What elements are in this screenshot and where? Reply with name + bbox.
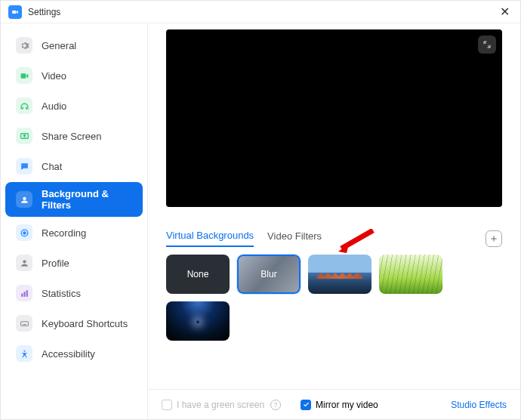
app-icon: [8, 5, 22, 19]
sidebar-item-general[interactable]: General: [5, 31, 143, 60]
sidebar-item-background-filters[interactable]: Background & Filters: [5, 182, 143, 217]
video-icon: [16, 67, 32, 84]
chat-icon: [16, 158, 32, 174]
stats-icon: [16, 285, 32, 301]
bg-none-label: None: [187, 269, 209, 279]
green-screen-checkbox[interactable]: [162, 400, 172, 410]
sidebar-item-label: Accessibility: [42, 348, 95, 360]
gear-icon: [16, 37, 32, 54]
sidebar-item-statistics[interactable]: Statistics: [5, 279, 143, 307]
a11y-icon: [16, 345, 32, 362]
svg-point-9: [23, 350, 25, 351]
sidebar-item-keyboard-shortcuts[interactable]: Keyboard Shortcuts: [5, 309, 143, 338]
sidebar-item-label: Chat: [42, 161, 62, 172]
sidebar-item-label: Audio: [42, 100, 66, 112]
window-title: Settings: [28, 7, 60, 17]
sidebar-item-recording[interactable]: Recording: [5, 218, 143, 247]
svg-rect-5: [21, 293, 23, 296]
bg-blur[interactable]: Blur: [237, 255, 301, 294]
background-thumbnails: None Blur: [166, 255, 502, 341]
sidebar-item-video[interactable]: Video: [5, 61, 143, 90]
sidebar-item-audio[interactable]: Audio: [5, 91, 143, 120]
audio-icon: [16, 97, 32, 114]
svg-rect-7: [26, 290, 27, 297]
studio-effects-link[interactable]: Studio Effects: [451, 400, 507, 410]
bg-none[interactable]: None: [166, 255, 230, 294]
add-background-button[interactable]: ＋: [486, 230, 502, 247]
rec-icon: [16, 224, 32, 241]
tab-video-filters[interactable]: Video Filters: [267, 230, 322, 246]
tab-virtual-backgrounds[interactable]: Virtual Backgrounds: [166, 230, 254, 247]
sidebar-item-profile[interactable]: Profile: [5, 249, 143, 277]
footer: I have a green screen ? Mirror my video …: [148, 389, 520, 419]
tabs: Virtual Backgrounds Video Filters ＋: [166, 230, 502, 247]
sidebar-item-label: Recording: [42, 227, 86, 239]
mirror-video-checkbox[interactable]: [301, 400, 311, 410]
rotate-camera-button[interactable]: [478, 36, 496, 54]
svg-rect-8: [20, 321, 28, 325]
main-panel: Virtual Backgrounds Video Filters ＋ None…: [148, 23, 520, 419]
sidebar-item-accessibility[interactable]: Accessibility: [5, 339, 143, 368]
close-button[interactable]: ✕: [497, 5, 513, 19]
titlebar: Settings ✕: [1, 1, 520, 23]
info-icon[interactable]: ?: [270, 400, 281, 410]
sidebar-item-label: Background & Filters: [42, 188, 132, 211]
sidebar-item-label: Statistics: [42, 288, 81, 299]
green-screen-label: I have a green screen: [177, 400, 264, 410]
sidebar-item-chat[interactable]: Chat: [5, 152, 143, 181]
bg-golden-gate[interactable]: [308, 255, 371, 294]
sidebar-item-label: General: [42, 40, 76, 51]
bg-blur-label: Blur: [260, 269, 276, 279]
bg-grass[interactable]: [379, 255, 442, 294]
sidebar-item-label: Profile: [42, 258, 69, 269]
mirror-video-label: Mirror my video: [316, 400, 378, 410]
bg-earth[interactable]: [166, 301, 230, 341]
video-preview: [166, 29, 502, 207]
profile-icon: [16, 255, 32, 271]
svg-rect-6: [23, 292, 25, 297]
svg-point-4: [23, 260, 26, 263]
share-icon: [16, 128, 32, 144]
sidebar-item-label: Video: [42, 70, 66, 82]
svg-point-1: [23, 196, 26, 199]
kbd-icon: [16, 315, 32, 332]
sidebar-item-label: Keyboard Shortcuts: [42, 318, 128, 329]
sidebar: GeneralVideoAudioShare ScreenChatBackgro…: [1, 23, 148, 419]
sidebar-item-share-screen[interactable]: Share Screen: [5, 122, 143, 150]
bgf-icon: [16, 191, 32, 208]
sidebar-item-label: Share Screen: [42, 131, 102, 142]
svg-point-3: [23, 231, 25, 233]
